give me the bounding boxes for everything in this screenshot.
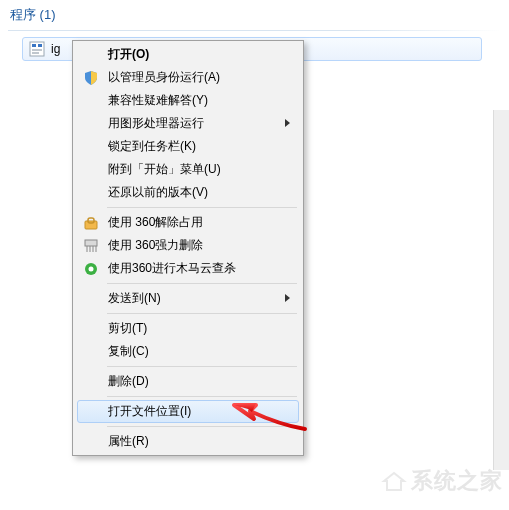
svg-rect-2 (38, 44, 42, 47)
svg-rect-3 (32, 49, 42, 51)
menu-item-icon-empty (83, 321, 99, 337)
menu-item-label: 打开文件位置(I) (108, 403, 191, 420)
menu-item-label: 属性(R) (108, 433, 149, 450)
menu-item-label: 发送到(N) (108, 290, 161, 307)
menu-item-label: 附到「开始」菜单(U) (108, 161, 221, 178)
menu-item[interactable]: 以管理员身份运行(A) (77, 66, 299, 89)
menu-item[interactable]: 兼容性疑难解答(Y) (77, 89, 299, 112)
menu-item-icon-empty (83, 93, 99, 109)
menu-item-icon-empty (83, 116, 99, 132)
watermark-text: 系统之家 (411, 466, 503, 496)
menu-item[interactable]: 打开(O) (77, 43, 299, 66)
menu-item-icon-empty (83, 404, 99, 420)
menu-item[interactable]: 属性(R) (77, 430, 299, 453)
submenu-arrow-icon (285, 294, 290, 302)
section-header: 程序 (1) (0, 0, 509, 28)
menu-separator (107, 366, 297, 367)
svg-rect-1 (32, 44, 36, 47)
menu-item-icon-empty (83, 47, 99, 63)
menu-item-icon-empty (83, 291, 99, 307)
watermark: 系统之家 (381, 466, 503, 496)
menu-separator (107, 396, 297, 397)
menu-item[interactable]: 使用 360解除占用 (77, 211, 299, 234)
svg-rect-7 (85, 240, 97, 246)
unlock-360-icon (83, 215, 99, 231)
scan-360-icon (83, 261, 99, 277)
context-menu: 打开(O)以管理员身份运行(A)兼容性疑难解答(Y)用图形处理器运行锁定到任务栏… (72, 40, 304, 456)
executable-icon (29, 41, 45, 57)
scrollbar[interactable] (493, 110, 509, 470)
file-name: ig (51, 42, 60, 56)
menu-item-icon-empty (83, 139, 99, 155)
section-title: 程序 (1) (10, 7, 56, 22)
submenu-arrow-icon (285, 119, 290, 127)
menu-separator (107, 313, 297, 314)
menu-item-icon-empty (83, 344, 99, 360)
menu-item-label: 使用 360解除占用 (108, 214, 203, 231)
menu-item-label: 删除(D) (108, 373, 149, 390)
svg-rect-5 (85, 221, 97, 229)
menu-item[interactable]: 删除(D) (77, 370, 299, 393)
menu-item[interactable]: 复制(C) (77, 340, 299, 363)
menu-item-label: 打开(O) (108, 46, 149, 63)
menu-item-label: 使用 360强力删除 (108, 237, 203, 254)
menu-separator (107, 426, 297, 427)
menu-item-label: 复制(C) (108, 343, 149, 360)
menu-separator (107, 283, 297, 284)
menu-item-label: 用图形处理器运行 (108, 115, 204, 132)
menu-item[interactable]: 还原以前的版本(V) (77, 181, 299, 204)
menu-separator (107, 207, 297, 208)
menu-item-icon-empty (83, 374, 99, 390)
menu-item[interactable]: 用图形处理器运行 (77, 112, 299, 135)
menu-item[interactable]: 锁定到任务栏(K) (77, 135, 299, 158)
svg-point-13 (89, 267, 94, 272)
menu-item-label: 使用360进行木马云查杀 (108, 260, 236, 277)
menu-item[interactable]: 使用360进行木马云查杀 (77, 257, 299, 280)
menu-item-label: 锁定到任务栏(K) (108, 138, 196, 155)
menu-item[interactable]: 打开文件位置(I) (77, 400, 299, 423)
menu-item-icon-empty (83, 162, 99, 178)
menu-item-label: 剪切(T) (108, 320, 147, 337)
menu-item-icon-empty (83, 185, 99, 201)
menu-item-label: 以管理员身份运行(A) (108, 69, 220, 86)
menu-item[interactable]: 使用 360强力删除 (77, 234, 299, 257)
menu-item-label: 兼容性疑难解答(Y) (108, 92, 208, 109)
menu-item-label: 还原以前的版本(V) (108, 184, 208, 201)
menu-item[interactable]: 剪切(T) (77, 317, 299, 340)
menu-item[interactable]: 附到「开始」菜单(U) (77, 158, 299, 181)
svg-rect-4 (32, 52, 39, 54)
shred-360-icon (83, 238, 99, 254)
header-divider (8, 30, 501, 31)
menu-item[interactable]: 发送到(N) (77, 287, 299, 310)
menu-item-icon-empty (83, 434, 99, 450)
shield-icon (83, 70, 99, 86)
